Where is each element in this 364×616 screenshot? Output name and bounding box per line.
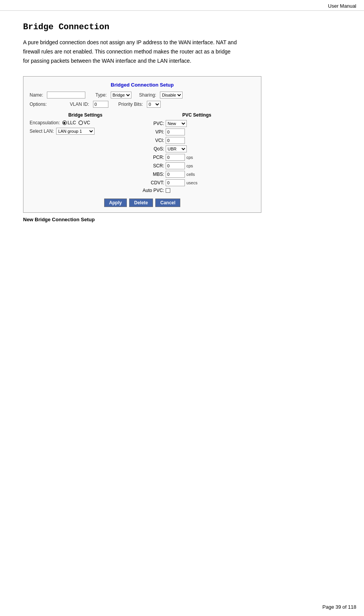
section-title: Bridge Connection [23, 22, 341, 32]
vc-radio-dot[interactable] [78, 120, 83, 125]
top-row: Name: Type: Bridge Sharing: Disable [30, 92, 255, 98]
pvc-select[interactable]: New [166, 120, 187, 127]
vc-label: VC [84, 120, 90, 125]
select-lan-select[interactable]: LAN group 1 [56, 128, 95, 135]
caption: New Bridge Connection Setup [23, 217, 341, 222]
pvc-settings-col: PVC Settings PVC: New VPI: VCI: [141, 111, 253, 195]
footer-text: Page 39 of 118 [322, 604, 356, 610]
priority-bits-label: Priority Bits: [118, 102, 143, 107]
vci-row: VCI: [141, 137, 253, 144]
encapsulation-row: Encapsulation: LLC VC [30, 120, 141, 125]
sharing-select[interactable]: Disable [160, 92, 183, 98]
select-lan-row: Select LAN: LAN group 1 [30, 128, 141, 135]
scr-unit: cps [186, 164, 193, 168]
button-row: Apply Delete Cancel [30, 199, 255, 207]
qos-row: QoS: UBR [141, 145, 253, 152]
mbs-label: MBS: [141, 172, 164, 177]
mbs-row: MBS: cells [141, 171, 253, 178]
cdvt-unit: usecs [186, 180, 198, 185]
pvc-label: PVC: [141, 121, 164, 126]
auto-pvc-label: Auto PVC: [141, 188, 164, 193]
encapsulation-label: Encapsulation: [30, 120, 60, 125]
vpi-input[interactable] [166, 129, 185, 135]
name-label: Name: [30, 92, 43, 98]
cancel-button[interactable]: Cancel [155, 199, 180, 207]
desc-line1: A pure bridged connection does not assig… [23, 39, 237, 45]
priority-bits-select[interactable]: 0 [147, 101, 161, 108]
header-text: User Manual [328, 3, 356, 9]
description: A pure bridged connection does not assig… [23, 38, 341, 65]
llc-label: LLC [68, 120, 76, 125]
delete-button[interactable]: Delete [129, 199, 153, 207]
vci-label: VCI: [141, 138, 164, 143]
mbs-input[interactable] [166, 171, 185, 178]
pcr-label: PCR: [141, 155, 164, 160]
vci-input[interactable] [166, 137, 185, 144]
cdvt-label: CDVT: [141, 180, 164, 185]
auto-pvc-row: Auto PVC: [141, 188, 253, 193]
name-input[interactable] [47, 92, 85, 98]
qos-select[interactable]: UBR [166, 145, 187, 152]
options-row: Options: VLAN ID: Priority Bits: 0 [30, 101, 255, 108]
options-label: Options: [30, 102, 47, 107]
qos-label: QoS: [141, 146, 164, 152]
select-lan-label: Select LAN: [30, 129, 54, 134]
sharing-label: Sharing: [139, 92, 156, 98]
vc-radio-item[interactable]: VC [78, 120, 90, 125]
auto-pvc-checkbox[interactable] [166, 188, 170, 193]
desc-line3: for passing packets between the WAN inte… [23, 58, 191, 64]
page-footer: Page 39 of 118 [322, 604, 356, 610]
vlan-id-label: VLAN ID: [70, 102, 89, 107]
type-label: Type: [95, 92, 106, 98]
mbs-unit: cells [186, 172, 195, 177]
bridge-settings-col: Bridge Settings Encapsulation: LLC VC [30, 111, 141, 195]
pvc-row: PVC: New [141, 120, 253, 127]
setup-title: Bridged Connection Setup [30, 82, 255, 88]
desc-line2: firewall rules are not enabled. This con… [23, 48, 231, 55]
setup-box: Bridged Connection Setup Name: Type: Bri… [23, 76, 261, 213]
pvc-settings-title: PVC Settings [141, 112, 253, 118]
page-header: User Manual [0, 0, 364, 11]
bridge-settings-title: Bridge Settings [30, 112, 141, 118]
vpi-label: VPI: [141, 129, 164, 135]
vlan-id-input[interactable] [93, 101, 108, 108]
apply-button[interactable]: Apply [104, 199, 127, 207]
encapsulation-radio-group: LLC VC [62, 120, 90, 125]
llc-radio-item[interactable]: LLC [62, 120, 76, 125]
vpi-row: VPI: [141, 129, 253, 135]
scr-input[interactable] [166, 162, 185, 169]
scr-row: SCR: cps [141, 162, 253, 169]
page-content: Bridge Connection A pure bridged connect… [0, 11, 364, 245]
pcr-row: PCR: cps [141, 154, 253, 161]
cdvt-row: CDVT: usecs [141, 179, 253, 186]
type-select[interactable]: Bridge [111, 92, 131, 98]
scr-label: SCR: [141, 163, 164, 169]
llc-radio-dot[interactable] [62, 120, 67, 125]
two-col-layout: Bridge Settings Encapsulation: LLC VC [30, 111, 255, 195]
pcr-input[interactable] [166, 154, 185, 161]
pcr-unit: cps [186, 155, 193, 160]
cdvt-input[interactable] [166, 179, 185, 186]
